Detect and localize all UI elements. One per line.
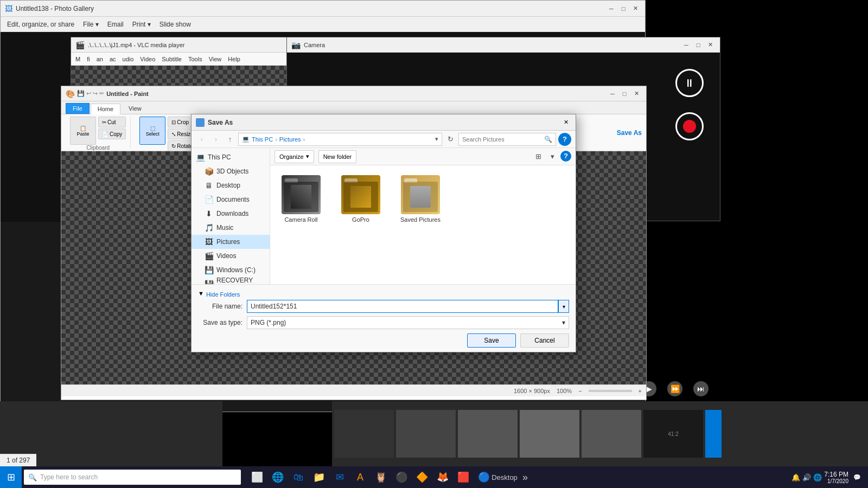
dialog-search[interactable]: 🔍 — [458, 133, 556, 146]
paint-tab-view[interactable]: View — [122, 103, 149, 114]
sidebar-item-pictures[interactable]: 🖼 Pictures — [192, 235, 270, 249]
taskbar-arrow-btn[interactable]: » — [515, 467, 535, 487]
folder-gopro[interactable]: GoPro — [336, 172, 385, 226]
sidebar-item-windowsc[interactable]: 💾 Windows (C:) — [192, 263, 270, 277]
dialog-up-btn[interactable]: ↑ — [224, 133, 236, 145]
gallery-menu-file[interactable]: File ▾ — [83, 21, 99, 28]
taskbar-ie-btn[interactable]: 🌐 — [268, 467, 288, 487]
dialog-forward-btn[interactable]: › — [210, 133, 222, 145]
sidebar-item-3dobjects[interactable]: 📦 3D Objects — [192, 164, 270, 178]
taskbar-task-view-btn[interactable]: ⬜ — [247, 467, 267, 487]
thumb-1[interactable] — [334, 410, 394, 458]
camera-close-btn[interactable]: ✕ — [705, 40, 716, 50]
taskbar-store-btn[interactable]: 🛍 — [289, 467, 308, 487]
camera-controls[interactable]: ─ □ ✕ — [681, 40, 716, 50]
taskbar-amazon-btn[interactable]: A — [350, 467, 370, 487]
camera-maximize-btn[interactable]: □ — [693, 40, 704, 50]
filename-input[interactable] — [247, 300, 558, 313]
content-help-btn[interactable]: ? — [560, 151, 571, 162]
thumb-6[interactable]: 41:2 — [643, 410, 703, 458]
gallery-close-btn[interactable]: ✕ — [630, 3, 641, 14]
thumb-5[interactable] — [582, 410, 641, 458]
vlc-menu-m[interactable]: M — [75, 56, 80, 62]
sidebar-item-music[interactable]: 🎵 Music — [192, 221, 270, 235]
vlc-menu-ac[interactable]: ac — [110, 56, 116, 62]
gallery-maximize-btn[interactable]: □ — [618, 3, 629, 14]
breadcrumb-thispc[interactable]: This PC — [252, 136, 273, 143]
dialog-help-btn[interactable]: ? — [558, 133, 571, 146]
paint-minimize-btn[interactable]: ─ — [607, 88, 618, 99]
sidebar-item-desktop[interactable]: 🖥 Desktop — [192, 178, 270, 192]
vlc-menu-help[interactable]: Help — [228, 56, 240, 62]
dialog-refresh-btn[interactable]: ↻ — [444, 133, 456, 145]
paint-close-btn[interactable]: ✕ — [631, 88, 642, 99]
paste-btn[interactable]: 📋 Paste — [70, 117, 96, 145]
hide-folders-btn[interactable]: Hide Folders — [206, 289, 240, 298]
cut-btn[interactable]: ✂ Cut — [98, 117, 126, 127]
breadcrumb-pictures[interactable]: Pictures — [279, 136, 301, 143]
view-toggle-btn[interactable]: ⊞ — [532, 151, 544, 163]
vlc-menu-subtitle[interactable]: Subtitle — [162, 56, 182, 62]
search-input[interactable] — [462, 136, 542, 143]
sidebar-item-videos[interactable]: 🎬 Videos — [192, 249, 270, 263]
thumb-4[interactable] — [520, 410, 579, 458]
vlc-menu-fi[interactable]: fi — [87, 56, 90, 62]
vlc-menu-tools[interactable]: Tools — [188, 56, 202, 62]
vlc-menu-an[interactable]: an — [97, 56, 103, 62]
vlc-menu-view[interactable]: View — [209, 56, 222, 62]
view-dropdown-btn[interactable]: ▾ — [546, 151, 558, 163]
taskbar-firefox-btn[interactable]: 🦊 — [433, 467, 452, 487]
taskbar-btn11[interactable]: 🟥 — [454, 467, 473, 487]
taskbar-tripad-btn[interactable]: 🦉 — [371, 467, 391, 487]
paint-maximize-btn[interactable]: □ — [619, 88, 630, 99]
gallery-menu-email[interactable]: Email — [107, 21, 124, 28]
organize-btn[interactable]: Organize ▾ — [275, 150, 314, 163]
gallery-menu-slideshow[interactable]: Slide show — [159, 21, 191, 28]
cancel-btn[interactable]: Cancel — [520, 333, 569, 348]
zoom-minus-icon[interactable]: − — [578, 388, 582, 394]
zoom-plus-icon[interactable]: + — [639, 388, 642, 394]
dialog-close-btn[interactable]: ✕ — [560, 117, 571, 128]
camera-minimize-btn[interactable]: ─ — [681, 40, 692, 50]
gallery-controls[interactable]: ─ □ ✕ — [606, 3, 641, 14]
gallery-next-btn[interactable]: ⏭ — [693, 381, 709, 396]
gallery-minimize-btn[interactable]: ─ — [606, 3, 617, 14]
pictures-icon: 🖼 — [205, 237, 213, 246]
thumb-strip-right[interactable]: 41:2 — [332, 401, 868, 466]
sidebar-item-documents[interactable]: 📄 Documents — [192, 192, 270, 207]
new-folder-btn[interactable]: New folder — [318, 150, 357, 163]
taskbar-btn8[interactable]: ⚫ — [392, 467, 411, 487]
savetype-select[interactable]: PNG (*.png) ▾ — [247, 316, 569, 329]
camera-record-btn[interactable] — [675, 112, 704, 140]
taskbar-btn12[interactable]: 🔵 — [474, 467, 494, 487]
paint-tab-home[interactable]: Home — [91, 104, 120, 114]
vlc-menu-audio[interactable]: udio — [123, 56, 134, 62]
camera-pause-btn[interactable]: ⏸ — [675, 69, 704, 97]
dialog-back-btn[interactable]: ‹ — [196, 133, 208, 145]
save-btn[interactable]: Save — [467, 333, 516, 348]
folder-camera-roll[interactable]: Camera Roll — [277, 172, 326, 226]
copy-btn[interactable]: 📄 Copy — [98, 129, 126, 139]
vlc-menu-video[interactable]: Video — [140, 56, 155, 62]
taskbar-folder-btn[interactable]: 📁 — [309, 467, 329, 487]
sidebar-item-thispc[interactable]: 💻 This PC — [192, 150, 270, 164]
select-btn[interactable]: ⬚ Select — [139, 117, 165, 145]
thumb-3[interactable] — [458, 410, 518, 458]
taskbar-search[interactable]: 🔍 Type here to search — [24, 470, 241, 485]
folder-saved-pictures[interactable]: Saved Pictures — [396, 172, 445, 226]
taskbar-desktop-btn[interactable]: Desktop — [495, 467, 514, 487]
thumb-2[interactable] — [396, 410, 456, 458]
sidebar-item-recoveryd[interactable]: 💾 RECOVERY (D:) — [192, 277, 270, 284]
taskbar-mail-btn[interactable]: ✉ — [330, 467, 349, 487]
gallery-menu-print[interactable]: Print ▾ — [132, 21, 151, 28]
breadcrumb-dropdown[interactable]: ▾ — [435, 136, 438, 143]
filename-dropdown-btn[interactable]: ▾ — [558, 300, 569, 313]
sidebar-item-downloads[interactable]: ⬇ Downloads — [192, 207, 270, 221]
paint-controls[interactable]: ─ □ ✕ — [607, 88, 642, 99]
gallery-menu-edit[interactable]: Edit, organize, or share — [7, 21, 74, 28]
paint-tab-file[interactable]: File — [66, 103, 90, 114]
gallery-next-frame-btn[interactable]: ⏩ — [667, 381, 682, 396]
taskbar-btn9[interactable]: 🔶 — [412, 467, 432, 487]
start-btn[interactable]: ⊞ — [0, 466, 22, 488]
notification-btn[interactable]: 💬 — [851, 471, 864, 484]
